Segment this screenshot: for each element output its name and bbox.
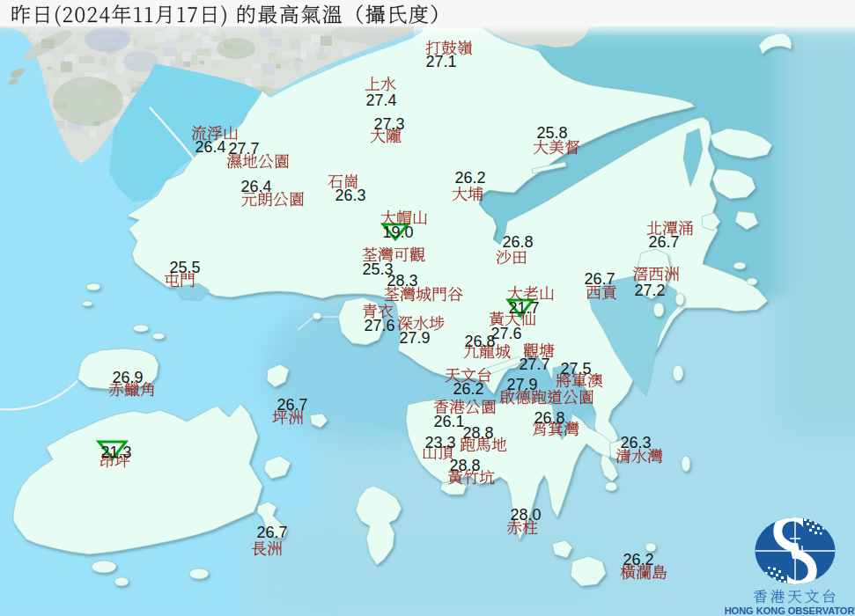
svg-text:27.4: 27.4 xyxy=(365,92,396,109)
svg-text:28.0: 28.0 xyxy=(510,506,541,524)
svg-text:26.2: 26.2 xyxy=(454,169,485,187)
svg-text:26.7: 26.7 xyxy=(584,270,615,288)
svg-text:28.8: 28.8 xyxy=(449,457,480,474)
svg-text:25.5: 25.5 xyxy=(169,259,200,276)
svg-text:26.3: 26.3 xyxy=(335,187,365,204)
svg-text:19.0: 19.0 xyxy=(382,224,413,241)
svg-text:26.7: 26.7 xyxy=(648,233,679,251)
svg-text:27.7: 27.7 xyxy=(228,140,259,158)
svg-text:27.2: 27.2 xyxy=(634,282,665,299)
svg-text:26.2: 26.2 xyxy=(623,551,653,568)
svg-text:26.8: 26.8 xyxy=(534,409,564,427)
svg-text:28.8: 28.8 xyxy=(462,424,493,442)
svg-text:26.8: 26.8 xyxy=(464,333,495,350)
svg-text:26.1: 26.1 xyxy=(433,413,464,430)
svg-text:26.4: 26.4 xyxy=(240,178,271,195)
svg-text:26.2: 26.2 xyxy=(453,380,483,398)
svg-text:27.9: 27.9 xyxy=(506,376,537,393)
svg-text:HONG KONG OBSERVATORY: HONG KONG OBSERVATORY xyxy=(725,605,855,616)
svg-text:27.1: 27.1 xyxy=(425,53,456,70)
svg-text:27.6: 27.6 xyxy=(490,325,521,342)
svg-text:27.3: 27.3 xyxy=(373,115,404,133)
svg-text:21.3: 21.3 xyxy=(100,444,131,461)
svg-text:26.7: 26.7 xyxy=(276,396,307,414)
svg-text:26.8: 26.8 xyxy=(502,233,533,251)
svg-text:27.6: 27.6 xyxy=(364,317,394,334)
svg-text:28.3: 28.3 xyxy=(387,272,417,290)
svg-text:27.5: 27.5 xyxy=(560,360,591,378)
svg-text:23.3: 23.3 xyxy=(424,434,455,451)
svg-text:27.7: 27.7 xyxy=(519,356,549,373)
svg-text:26.4: 26.4 xyxy=(195,138,225,156)
svg-text:25.8: 25.8 xyxy=(536,124,567,142)
svg-text:27.9: 27.9 xyxy=(399,329,430,347)
svg-text:26.9: 26.9 xyxy=(112,369,143,386)
svg-text:26.7: 26.7 xyxy=(256,524,287,541)
svg-text:26.3: 26.3 xyxy=(620,434,651,451)
